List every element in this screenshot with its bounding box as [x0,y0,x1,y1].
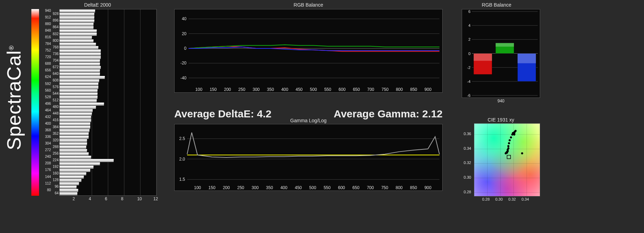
svg-rect-9 [60,189,78,190]
svg-rect-75 [60,79,99,81]
svg-text:150: 150 [208,185,215,190]
svg-text:150: 150 [210,87,217,92]
svg-text:750: 750 [381,185,388,190]
svg-rect-83 [60,66,101,68]
svg-text:4: 4 [468,23,470,28]
svg-rect-99 [60,39,93,41]
svg-text:850: 850 [410,87,417,92]
svg-rect-53 [60,116,91,117]
svg-text:900: 900 [424,185,431,190]
svg-rect-39 [60,139,87,140]
svg-rect-49 [60,123,90,124]
svg-text:-40: -40 [181,76,187,80]
svg-rect-113 [60,16,94,18]
cie-x-axis: 0.280.300.320.34 [474,197,540,203]
svg-rect-17 [60,176,84,177]
svg-text:600: 600 [338,185,345,190]
svg-rect-15 [60,179,82,180]
svg-text:40: 40 [182,16,187,21]
svg-rect-103 [60,33,97,34]
svg-rect-105 [60,30,97,31]
svg-text:-4: -4 [467,79,470,84]
svg-rect-37 [60,142,87,144]
svg-rect-43 [60,132,89,134]
svg-point-218 [521,152,523,154]
svg-text:300: 300 [253,87,260,92]
svg-rect-59 [60,106,96,107]
svg-text:20: 20 [182,31,187,36]
svg-rect-25 [60,162,100,164]
svg-text:2.0: 2.0 [179,157,185,162]
svg-rect-101 [60,36,92,38]
svg-point-208 [508,142,510,144]
svg-text:500: 500 [310,87,317,92]
svg-text:650: 650 [353,87,360,92]
svg-text:650: 650 [352,185,359,190]
svg-rect-188 [496,43,514,47]
svg-rect-45 [60,129,90,131]
svg-rect-93 [60,49,101,51]
svg-text:200: 200 [223,185,230,190]
svg-text:2.5: 2.5 [179,136,185,141]
svg-point-219 [513,133,515,135]
svg-rect-69 [60,89,98,91]
brand-logo-text: SpectraCal® [3,45,25,150]
color-gradient-legend [31,9,39,196]
gamma-chart: 1.52.02.51001502002503003504004505005506… [174,124,443,191]
svg-rect-79 [60,73,100,74]
svg-rect-115 [60,13,94,14]
cie-chart [474,123,540,196]
svg-rect-19 [60,172,86,174]
svg-point-217 [514,130,516,132]
svg-rect-87 [60,60,100,61]
svg-rect-91 [60,53,101,54]
svg-text:100: 100 [194,185,201,190]
svg-rect-33 [60,149,87,150]
svg-text:850: 850 [410,185,417,190]
brand-logo: SpectraCal® [0,0,28,195]
svg-rect-51 [60,119,91,121]
svg-rect-47 [60,126,90,127]
gamma-chart-title: Gamma Log/Log [174,118,443,123]
svg-rect-111 [60,20,94,21]
rgb-bar-chart: -6-4-20246 [462,9,540,98]
svg-text:400: 400 [281,185,288,190]
svg-point-210 [510,137,512,139]
svg-rect-11 [60,186,77,187]
svg-text:900: 900 [424,87,431,92]
svg-rect-107 [60,26,93,28]
svg-text:700: 700 [367,185,374,190]
svg-text:250: 250 [237,185,244,190]
rgb-bar-chart-title: RGB Balance [453,2,540,8]
svg-rect-95 [60,46,98,47]
svg-text:-2: -2 [467,65,470,70]
svg-text:-6: -6 [467,93,470,98]
svg-rect-85 [60,63,100,64]
svg-text:700: 700 [367,87,374,92]
svg-rect-35 [60,146,86,147]
deltae-chart [59,9,157,196]
svg-text:200: 200 [224,87,231,92]
svg-rect-97 [60,43,96,44]
rgb-line-chart-title: RGB Balance [174,2,443,8]
svg-rect-77 [60,76,105,77]
cie-chart-title: CIE 1931 xy [462,117,540,123]
svg-rect-29 [60,156,91,157]
svg-text:250: 250 [238,87,245,92]
svg-text:0: 0 [468,52,470,56]
svg-text:400: 400 [281,87,288,92]
svg-text:550: 550 [324,87,331,92]
svg-text:2: 2 [468,37,470,41]
svg-rect-65 [60,96,98,97]
svg-point-206 [507,147,509,149]
svg-text:0: 0 [184,46,186,51]
rgb-bar-xlabel: 940 [462,99,540,103]
svg-text:1.5: 1.5 [179,177,185,182]
svg-text:100: 100 [196,87,202,92]
svg-text:550: 550 [324,185,331,190]
deltae-y-axis: 6480961121281441601761922082242402562722… [40,9,59,196]
svg-text:750: 750 [382,87,389,92]
svg-text:450: 450 [295,185,302,190]
svg-text:800: 800 [396,185,402,190]
svg-rect-21 [60,169,90,170]
